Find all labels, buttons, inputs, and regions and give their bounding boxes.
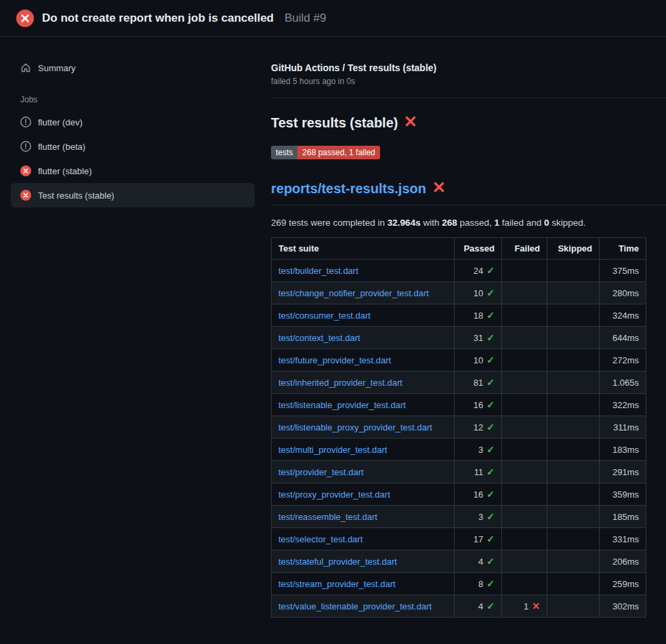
test-suite-link[interactable]: test/multi_provider_test.dart — [278, 445, 387, 455]
sidebar-item-label: Test results (stable) — [38, 190, 115, 201]
passed-cell: 11✓ — [455, 461, 502, 483]
table-row: test/proxy_provider_test.dart16✓359ms — [272, 483, 646, 506]
skipped-cell — [547, 595, 600, 618]
test-suite-link[interactable]: test/consumer_test.dart — [278, 310, 371, 321]
check-icon: ✓ — [486, 377, 495, 388]
test-suite-link[interactable]: test/reassemble_test.dart — [278, 512, 377, 522]
passed-cell: 24✓ — [455, 260, 502, 282]
table-row: test/multi_provider_test.dart3✓183ms — [272, 439, 646, 461]
table-row: test/context_test.dart31✓644ms — [272, 327, 646, 349]
divider — [271, 98, 666, 98]
sidebar-item-label: flutter (stable) — [38, 166, 91, 176]
test-suite-link[interactable]: test/builder_test.dart — [278, 266, 358, 276]
failed-cell — [502, 394, 547, 416]
check-icon: ✓ — [486, 355, 495, 365]
summary-segment: 269 tests were completed in — [271, 218, 388, 228]
check-icon: ✓ — [486, 511, 495, 522]
time-cell: 644ms — [600, 327, 646, 349]
time-cell: 331ms — [600, 528, 646, 550]
test-suite-link[interactable]: test/inherited_provider_test.dart — [278, 378, 402, 388]
time-cell: 206ms — [600, 550, 646, 573]
tests-badge: tests 268 passed, 1 failed — [271, 146, 380, 159]
time-cell: 324ms — [600, 304, 646, 327]
sidebar-item-test-results-stable[interactable]: Test results (stable) — [11, 183, 255, 207]
suite-cell: test/multi_provider_test.dart — [272, 439, 455, 461]
check-icon: ✓ — [486, 399, 495, 410]
count-value: 1 — [524, 601, 528, 611]
time-cell: 259ms — [600, 573, 646, 595]
skipped-cell — [547, 483, 600, 506]
test-suite-link[interactable]: test/listenable_provider_test.dart — [278, 400, 406, 410]
time-cell: 375ms — [600, 260, 646, 282]
count-value: 18 — [474, 310, 483, 321]
failed-x-icon — [404, 115, 417, 131]
passed-cell: 16✓ — [455, 483, 502, 506]
passed-cell: 12✓ — [455, 416, 502, 439]
failed-cell — [502, 304, 547, 327]
skipped-cell — [547, 528, 600, 550]
x-circle-icon — [20, 165, 31, 176]
table-row: test/stream_provider_test.dart8✓259ms — [272, 573, 646, 595]
count-value: 16 — [474, 489, 483, 500]
test-suite-link[interactable]: test/listenable_proxy_provider_test.dart — [278, 422, 432, 432]
table-header-row: Test suite Passed Failed Skipped Time — [272, 238, 646, 260]
time-cell: 359ms — [600, 483, 646, 506]
suite-cell: test/change_notifier_provider_test.dart — [272, 282, 455, 304]
failed-cell — [502, 439, 547, 461]
suite-cell: test/context_test.dart — [272, 327, 455, 349]
count-value: 4 — [478, 557, 483, 567]
passed-cell: 31✓ — [455, 327, 502, 349]
count-value: 17 — [474, 534, 483, 544]
summary-segment: failed and — [499, 218, 544, 228]
test-suite-link[interactable]: test/stateful_provider_test.dart — [278, 557, 397, 567]
skipped-cell — [547, 260, 600, 282]
report-title: reports/test-results.json — [271, 181, 666, 205]
check-icon: ✓ — [486, 310, 495, 321]
test-suite-link[interactable]: test/change_notifier_provider_test.dart — [278, 288, 429, 298]
test-suite-link[interactable]: test/provider_test.dart — [278, 467, 364, 477]
build-number: Build #9 — [285, 12, 326, 25]
status-line: failed 5 hours ago in 0s — [271, 77, 666, 86]
x-icon: ✕ — [532, 601, 540, 611]
sidebar-item-flutter-dev[interactable]: flutter (dev) — [11, 110, 255, 134]
sidebar-item-flutter-beta[interactable]: flutter (beta) — [11, 134, 255, 159]
failed-cell — [502, 260, 547, 282]
suite-cell: test/provider_test.dart — [272, 461, 455, 483]
table-row: test/value_listenable_provider_test.dart… — [272, 595, 646, 618]
suite-cell: test/inherited_provider_test.dart — [272, 371, 455, 394]
sidebar-item-summary[interactable]: Summary — [11, 56, 255, 80]
column-header-passed: Passed — [455, 238, 502, 260]
test-suite-link[interactable]: test/stream_provider_test.dart — [278, 579, 396, 589]
count-value: 12 — [474, 422, 483, 432]
table-row: test/change_notifier_provider_test.dart1… — [272, 282, 646, 304]
table-row: test/listenable_provider_test.dart16✓322… — [272, 394, 646, 416]
column-header-test-suite: Test suite — [272, 238, 455, 260]
skipped-cell — [547, 304, 600, 327]
passed-cell: 3✓ — [455, 506, 502, 528]
test-suite-link[interactable]: test/future_provider_test.dart — [278, 355, 391, 365]
failed-cell — [502, 506, 547, 528]
summary-segment: 1 — [495, 218, 500, 228]
failed-x-icon — [433, 181, 445, 197]
check-icon: ✓ — [486, 287, 495, 298]
report-file-link[interactable]: reports/test-results.json — [271, 181, 426, 197]
test-suite-link[interactable]: test/value_listenable_provider_test.dart — [278, 601, 432, 611]
passed-cell: 4✓ — [455, 595, 502, 618]
passed-cell: 3✓ — [455, 439, 502, 461]
sidebar-item-flutter-stable[interactable]: flutter (stable) — [11, 159, 255, 183]
test-suite-link[interactable]: test/proxy_provider_test.dart — [278, 489, 390, 500]
skipped-cell — [547, 371, 600, 394]
column-header-skipped: Skipped — [547, 238, 600, 260]
check-icon: ✓ — [486, 534, 495, 544]
count-value: 3 — [478, 512, 483, 522]
table-row: test/consumer_test.dart18✓324ms — [272, 304, 646, 327]
x-circle-icon — [16, 9, 34, 27]
time-cell: 183ms — [600, 439, 646, 461]
table-row: test/future_provider_test.dart10✓272ms — [272, 349, 646, 371]
test-suite-link[interactable]: test/selector_test.dart — [278, 534, 362, 544]
test-suite-link[interactable]: test/context_test.dart — [278, 333, 360, 343]
main-content: GitHub Actions / Test results (stable) f… — [271, 37, 666, 618]
table-row: test/reassemble_test.dart3✓185ms — [272, 506, 646, 528]
sidebar-item-label: flutter (dev) — [38, 117, 83, 127]
table-row: test/stateful_provider_test.dart4✓206ms — [272, 550, 646, 573]
